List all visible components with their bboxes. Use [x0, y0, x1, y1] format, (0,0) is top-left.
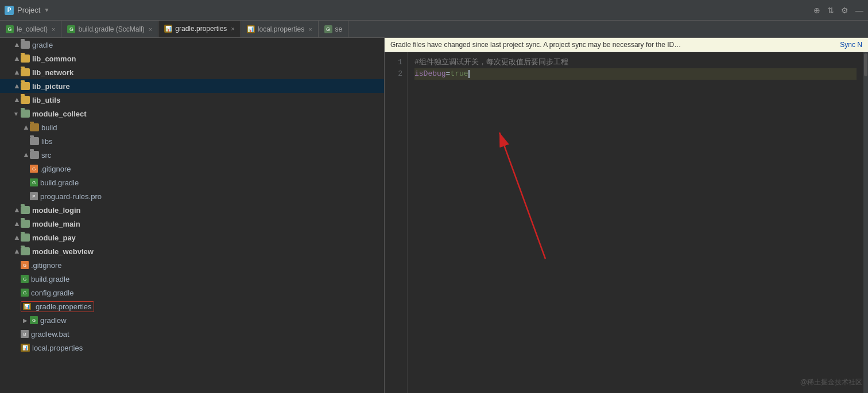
file-icon-gradlew: G: [30, 316, 38, 324]
arrow-module-webview: ▶: [11, 247, 21, 256]
text-cursor: [468, 70, 470, 78]
label-src: src: [41, 151, 51, 159]
folder-icon-src: [30, 151, 39, 159]
tab-close-icon-2[interactable]: ×: [149, 26, 152, 33]
tree-item-build-gradle1[interactable]: ▶ G build.gradle: [0, 176, 384, 189]
label-build: build: [41, 123, 57, 132]
arrow-build: ▶: [21, 123, 30, 132]
arrow-lib-network: ▶: [11, 68, 21, 77]
tree-item-lib-utils[interactable]: ▶ lib_utils: [0, 93, 384, 107]
globe-icon[interactable]: ⊕: [813, 6, 820, 15]
file-icon-gradle1: G: [30, 178, 38, 186]
folder-icon-libs: [30, 137, 39, 145]
watermark: @稀土掘金技术社区: [800, 378, 862, 387]
title-bar-actions: ⊕ ⇅ ⚙ —: [813, 6, 863, 15]
arrow-gradle: ▶: [11, 40, 21, 49]
tree-item-gradle[interactable]: ▶ gradle: [0, 38, 384, 52]
settings-icon[interactable]: ⚙: [841, 6, 848, 15]
label-lib-common: lib_common: [32, 55, 76, 63]
project-tree[interactable]: ▶ gradle ▶ lib_common ▶ lib_network ▶ li…: [0, 38, 385, 393]
folder-icon-lib-picture: [21, 82, 30, 90]
label-module-collect: module_collect: [32, 110, 87, 118]
folder-icon-gradle: [21, 41, 30, 49]
label-module-login: module_login: [32, 206, 81, 215]
tab-close-icon[interactable]: ×: [52, 26, 55, 33]
arrow-lib-common: ▶: [11, 54, 21, 63]
tree-item-module-login[interactable]: ▶ module_login: [0, 203, 384, 217]
folder-icon-module-login: [21, 206, 30, 214]
main-content: ▶ gradle ▶ lib_common ▶ lib_network ▶ li…: [0, 38, 868, 393]
tab-close-icon-4[interactable]: ×: [308, 26, 312, 33]
tab-more[interactable]: G se: [319, 21, 349, 37]
label-gradlew: gradlew: [40, 316, 67, 325]
tab-gradle-icon-3: G: [324, 25, 332, 33]
folder-icon-module-pay: [21, 234, 30, 242]
tab-module-collect[interactable]: G le_collect) ×: [0, 21, 61, 37]
title-bar-left: P Project ▼: [5, 6, 119, 15]
tree-item-gradle-properties[interactable]: ▶ 📊 gradle.properties: [0, 299, 384, 313]
tree-item-gradlew-bat[interactable]: ▶ B gradlew.bat: [0, 327, 384, 341]
tab-local-properties[interactable]: 📊 local.properties ×: [241, 21, 319, 37]
label-proguard: proguard-rules.pro: [40, 192, 102, 201]
tree-item-module-main[interactable]: ▶ module_main: [0, 217, 384, 231]
code-content[interactable]: #组件独立调试开关，每次更改值后要同步工程 isDebug = true: [408, 52, 863, 393]
file-icon-proguard: P: [30, 192, 38, 200]
gradlew-folder-arrow: ▶: [21, 316, 30, 325]
label-config-gradle: config.gradle: [31, 289, 73, 297]
arrow-module-collect: ▼: [11, 109, 21, 118]
folder-icon-build: [30, 123, 39, 131]
label-lib-picture: lib_picture: [32, 82, 70, 91]
project-icon: P: [5, 6, 14, 15]
tree-item-module-collect[interactable]: ▼ module_collect: [0, 107, 384, 120]
tab-gradle-icon-2: G: [67, 25, 75, 33]
tab-build-gradle-sccmall[interactable]: G build.gradle (SccMall) ×: [61, 21, 158, 37]
tab-gradle-properties[interactable]: 📊 gradle.properties ×: [158, 21, 241, 38]
editor-scrollbar[interactable]: [863, 52, 868, 393]
transfer-icon[interactable]: ⇅: [827, 6, 834, 15]
folder-icon-lib-utils: [21, 96, 30, 104]
sync-now-link[interactable]: Sync N: [840, 41, 862, 49]
tree-item-gitignore1[interactable]: ▶ G .gitignore: [0, 162, 384, 176]
file-icon-gitignore1: G: [30, 165, 38, 173]
tree-item-build-gradle2[interactable]: ▶ G build.gradle: [0, 272, 384, 286]
arrow-lib-picture: ▶: [11, 81, 21, 91]
tab-properties-icon: 📊: [164, 25, 172, 33]
notification-bar: Gradle files have changed since last pro…: [385, 38, 868, 52]
tree-item-lib-common[interactable]: ▶ lib_common: [0, 52, 384, 65]
project-title: Project: [17, 6, 40, 14]
tree-item-gitignore2[interactable]: ▶ G .gitignore: [0, 258, 384, 272]
tree-item-module-pay[interactable]: ▶ module_pay: [0, 231, 384, 244]
tree-item-lib-network[interactable]: ▶ lib_network: [0, 65, 384, 79]
title-dropdown-icon[interactable]: ▼: [44, 7, 49, 13]
minimize-icon[interactable]: —: [855, 6, 863, 15]
tree-item-gradlew[interactable]: ▶ ▶ G gradlew: [0, 313, 384, 327]
tab-label: le_collect): [17, 25, 48, 33]
tab-label-2: build.gradle (SccMall): [78, 25, 144, 33]
tab-label-4: local.properties: [258, 25, 304, 33]
tree-item-build[interactable]: ▶ build: [0, 120, 384, 134]
code-editor[interactable]: 1 2 #组件独立调试开关，每次更改值后要同步工程 isDebug = true: [385, 52, 868, 393]
label-lib-utils: lib_utils: [32, 96, 60, 104]
code-key-isdebug: isDebug: [414, 68, 446, 80]
tree-item-config-gradle[interactable]: ▶ G config.gradle: [0, 286, 384, 299]
tree-item-src[interactable]: ▶ src: [0, 148, 384, 162]
tree-item-libs[interactable]: ▶ libs: [0, 134, 384, 148]
arrow-lib-utils: ▶: [11, 95, 21, 104]
tree-item-module-webview[interactable]: ▶ module_webview: [0, 244, 384, 258]
file-icon-gradle-properties: 📊: [23, 303, 31, 310]
folder-icon-module-main: [21, 220, 30, 228]
notification-text: Gradle files have changed since last pro…: [390, 41, 681, 49]
title-bar: P Project ▼ ⊕ ⇅ ⚙ —: [0, 0, 868, 21]
tree-item-lib-picture[interactable]: ▶ lib_picture: [0, 79, 384, 93]
tree-item-local-properties[interactable]: ▶ 📊 local.properties: [0, 341, 384, 355]
arrow-module-pay: ▶: [11, 233, 21, 242]
tree-item-proguard[interactable]: ▶ P proguard-rules.pro: [0, 189, 384, 203]
file-icon-gitignore2: G: [21, 261, 29, 269]
file-icon-gradlew-bat: B: [21, 330, 29, 338]
label-local-properties: local.properties: [32, 344, 83, 352]
tab-close-icon-3[interactable]: ×: [231, 25, 234, 32]
comment-text: #组件独立调试开关，每次更改值后要同步工程: [414, 57, 568, 68]
code-val-true: true: [450, 68, 468, 80]
file-icon-gradle2: G: [21, 275, 29, 283]
tab-label-3: gradle.properties: [175, 25, 227, 33]
